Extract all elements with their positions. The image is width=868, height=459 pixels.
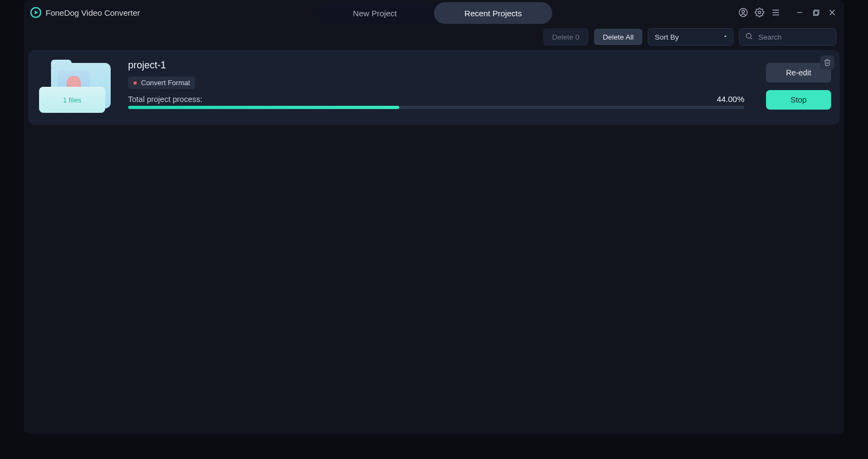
maximize-icon[interactable] xyxy=(809,6,822,19)
content-area: 1 files project-1 Convert Format Total p… xyxy=(24,50,844,125)
sort-by-dropdown[interactable]: Sort By xyxy=(648,28,733,46)
titlebar: FoneDog Video Converter New Project Rece… xyxy=(24,0,844,25)
toolbar: Delete 0 Delete All Sort By xyxy=(24,25,844,50)
tabs: New Project Recent Projects xyxy=(316,2,552,24)
close-icon[interactable] xyxy=(826,6,839,19)
svg-line-13 xyxy=(750,37,752,39)
progress-group: Total project process: 44.00% xyxy=(128,94,744,113)
delete-selected-button[interactable]: Delete 0 xyxy=(543,28,589,46)
progress-percent: 44.00% xyxy=(717,94,744,104)
svg-rect-9 xyxy=(813,11,818,15)
project-tag-label: Convert Format xyxy=(141,79,190,87)
status-dot-icon xyxy=(133,81,137,85)
tab-new-project[interactable]: New Project xyxy=(316,2,434,24)
search-input[interactable] xyxy=(757,33,825,42)
project-thumbnail: 1 files xyxy=(39,60,113,113)
header-icons xyxy=(737,6,839,19)
search-box[interactable] xyxy=(739,28,837,46)
settings-icon[interactable] xyxy=(753,6,766,19)
brand: FoneDog Video Converter xyxy=(30,7,140,18)
svg-point-12 xyxy=(746,33,751,38)
app-logo-icon xyxy=(30,7,41,18)
svg-point-2 xyxy=(742,10,745,13)
stop-button[interactable]: Stop xyxy=(766,90,831,110)
delete-all-button[interactable]: Delete All xyxy=(594,29,642,45)
progress-label: Total project process: xyxy=(128,95,202,104)
search-icon xyxy=(745,32,753,42)
account-icon[interactable] xyxy=(737,6,750,19)
minimize-icon[interactable] xyxy=(793,6,806,19)
delete-project-icon[interactable] xyxy=(820,55,834,69)
sort-by-label: Sort By xyxy=(655,33,679,41)
project-name: project-1 xyxy=(128,60,744,71)
project-row: 1 files project-1 Convert Format Total p… xyxy=(28,50,840,125)
project-details: project-1 Convert Format Total project p… xyxy=(128,60,744,113)
chevron-down-icon xyxy=(722,33,729,41)
progress-bar-fill xyxy=(128,106,399,109)
progress-bar xyxy=(128,106,744,109)
svg-point-3 xyxy=(758,11,761,14)
app-title: FoneDog Video Converter xyxy=(46,8,140,17)
files-count-badge: 1 files xyxy=(63,96,81,104)
project-tag: Convert Format xyxy=(128,76,195,89)
svg-rect-8 xyxy=(814,10,819,14)
menu-icon[interactable] xyxy=(769,6,782,19)
tab-recent-projects[interactable]: Recent Projects xyxy=(434,2,552,24)
